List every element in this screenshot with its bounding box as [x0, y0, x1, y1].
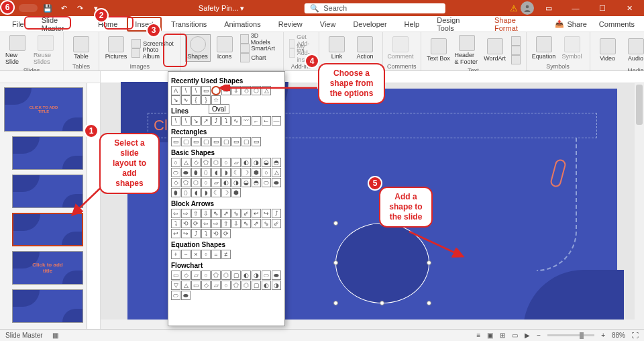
shape-item[interactable]: ▢	[231, 271, 241, 280]
shape-item[interactable]: ▢	[221, 137, 231, 146]
tab-animations[interactable]: Animations	[216, 17, 268, 32]
header-footer-button[interactable]: Header & Footer	[453, 34, 480, 66]
shape-item[interactable]: ◖	[211, 168, 221, 177]
user-avatar[interactable]	[521, 1, 534, 15]
icons-button[interactable]: Icons	[212, 35, 237, 61]
shapes-dropdown-panel[interactable]: Recently Used Shapes A \ \ ▭ ⇨ ⇩ ◇ ⬡ △ ↘…	[168, 71, 285, 326]
shape-item[interactable]: ⬬	[181, 168, 191, 177]
video-button[interactable]: Video	[594, 37, 621, 63]
shape-item[interactable]: 〰	[241, 116, 251, 126]
audio-button[interactable]: Audio	[623, 37, 644, 63]
shape-item[interactable]: ⌐	[252, 116, 261, 126]
zoom-level[interactable]: 88%	[612, 332, 625, 339]
chart-button[interactable]: Chart	[239, 53, 279, 62]
shape-item[interactable]: ⬢	[252, 168, 261, 177]
thumb-5[interactable]: Click to add title	[12, 251, 83, 285]
shape-item[interactable]: ▭	[252, 137, 261, 146]
shape-item[interactable]: ▱	[191, 271, 201, 280]
pictures-button[interactable]: Pictures	[103, 35, 129, 61]
resize-handle[interactable]	[380, 301, 384, 305]
shape-item[interactable]: ↪	[181, 229, 191, 238]
shape-item[interactable]: ⇦	[171, 209, 180, 218]
shape-item[interactable]: ⬬	[272, 178, 281, 187]
shape-item[interactable]: ⬢	[231, 188, 241, 197]
shape-item[interactable]: ▱	[211, 281, 221, 290]
shape-item[interactable]: ◇	[201, 281, 211, 290]
shape-item[interactable]: ⇧	[221, 219, 231, 228]
comment-button[interactable]: Comment	[387, 35, 414, 61]
shape-item[interactable]: ▭	[231, 137, 241, 146]
save-icon[interactable]: 💾	[42, 2, 54, 14]
shape-line[interactable]: \	[191, 86, 201, 95]
maximize-icon[interactable]: ☐	[590, 0, 614, 16]
undo-icon[interactable]: ↶	[58, 2, 70, 14]
notes-button[interactable]: ≡	[476, 332, 480, 339]
shape-item[interactable]: ◑	[272, 281, 281, 290]
shape-item[interactable]: }	[201, 95, 211, 105]
shape-item[interactable]: ⬬	[181, 291, 191, 300]
shape-item[interactable]: ↩	[171, 229, 180, 238]
shape-textbox[interactable]: A	[171, 86, 180, 95]
shape-item[interactable]: ◒	[262, 158, 271, 167]
shape-item[interactable]: ⇘	[262, 219, 271, 228]
view-reading-icon[interactable]: ▭	[512, 332, 518, 339]
resize-handle[interactable]	[333, 260, 338, 265]
link-button[interactable]: Link	[323, 35, 350, 61]
shape-item[interactable]: ⇨	[211, 219, 221, 228]
zoom-slider[interactable]	[547, 334, 594, 336]
shape-item[interactable]: ⇗	[252, 219, 261, 228]
shape-item[interactable]: ⬡	[191, 178, 201, 187]
shape-item[interactable]: ○	[201, 178, 211, 187]
shape-item[interactable]: ▢	[181, 137, 191, 146]
shape-item[interactable]: ◒	[241, 178, 251, 187]
shape-item[interactable]: ⤴	[211, 116, 221, 126]
text-box-button[interactable]: Text Box	[425, 37, 452, 63]
shape-item[interactable]: ⬠	[201, 158, 211, 167]
shape-item[interactable]: ⬡	[211, 158, 221, 167]
shape-item[interactable]: ▭	[191, 137, 201, 146]
shape-item[interactable]: ⬭	[262, 178, 271, 187]
zoom-out-button[interactable]: −	[537, 332, 541, 339]
shape-item[interactable]: ⬭	[171, 168, 180, 177]
resize-handle[interactable]	[333, 301, 338, 305]
tab-review[interactable]: Review	[270, 17, 311, 32]
shape-item[interactable]: ⤴	[272, 209, 281, 218]
shape-item[interactable]: ⤴	[191, 229, 201, 238]
shape-item[interactable]: ▢	[201, 137, 211, 146]
shape-item[interactable]: △	[272, 168, 281, 177]
shape-item[interactable]: ▱	[231, 158, 241, 167]
shape-item[interactable]: =	[211, 250, 221, 259]
shape-item[interactable]: △	[181, 158, 191, 167]
shape-item[interactable]: ÷	[201, 250, 211, 259]
shape-item[interactable]: ↗	[201, 116, 211, 126]
shape-item[interactable]: ⟲	[211, 229, 221, 238]
shape-item[interactable]: \	[181, 116, 191, 126]
shape-item[interactable]: ⬮	[191, 168, 201, 177]
shape-line[interactable]: \	[181, 86, 191, 95]
tab-help[interactable]: Help	[396, 17, 428, 32]
shape-item[interactable]: ▢	[252, 281, 261, 290]
shape-item[interactable]: ○	[171, 158, 180, 167]
table-button[interactable]: Table	[68, 35, 95, 61]
equation-button[interactable]: Equation	[531, 35, 557, 61]
shape-rect[interactable]: ▭	[201, 86, 211, 95]
resize-handle[interactable]	[333, 221, 338, 226]
shape-item[interactable]: ▢	[241, 137, 251, 146]
shape-item[interactable]: {	[191, 95, 201, 105]
thumb-1[interactable]: CLICK TO ADD TITLE	[4, 87, 83, 132]
shape-item[interactable]: ⬬	[272, 271, 281, 280]
symbol-button[interactable]: Symbol	[559, 35, 586, 61]
shape-item[interactable]: ⇖	[241, 219, 251, 228]
shape-item[interactable]: ◑	[252, 271, 261, 280]
shape-item[interactable]: ◓	[272, 158, 281, 167]
view-normal-icon[interactable]: ▣	[487, 332, 493, 339]
shape-item[interactable]: ☽	[221, 188, 231, 197]
close-icon[interactable]: ✕	[617, 0, 641, 16]
shape-item[interactable]: ☾	[211, 188, 221, 197]
shape-item[interactable]: ▭	[191, 281, 201, 290]
shape-item[interactable]: ⟳	[191, 219, 201, 228]
shape-item[interactable]: ⤵	[221, 116, 231, 126]
shape-item[interactable]: +	[171, 250, 180, 259]
shape-item[interactable]: ◇	[191, 158, 201, 167]
shape-item[interactable]: —	[272, 116, 281, 126]
